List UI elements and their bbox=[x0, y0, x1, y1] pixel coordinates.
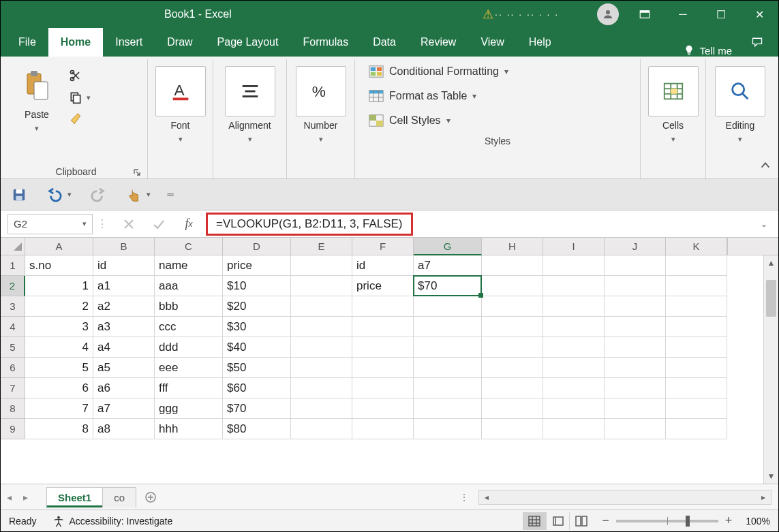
cell-E3[interactable] bbox=[291, 296, 352, 317]
cell-E9[interactable] bbox=[291, 419, 352, 439]
page-break-view-button[interactable] bbox=[569, 512, 592, 530]
tab-insert[interactable]: Insert bbox=[103, 28, 155, 57]
column-header-G[interactable]: G bbox=[414, 238, 482, 255]
zoom-in-button[interactable]: + bbox=[725, 514, 733, 528]
cell-D9[interactable]: $80 bbox=[223, 419, 291, 439]
cell-C4[interactable]: ccc bbox=[155, 317, 223, 337]
row-header-6[interactable]: 6 bbox=[1, 358, 25, 378]
tab-draw[interactable]: Draw bbox=[155, 28, 204, 57]
number-button[interactable]: % Number▾ bbox=[290, 62, 352, 148]
zoom-level[interactable]: 100% bbox=[746, 516, 770, 527]
sheet-tab-sheet1[interactable]: Sheet1 bbox=[46, 487, 103, 507]
cell-F3[interactable] bbox=[352, 296, 414, 317]
cell-J3[interactable] bbox=[605, 296, 666, 317]
scroll-left-arrow[interactable]: ◂ bbox=[479, 492, 494, 502]
cancel-formula-button[interactable] bbox=[117, 214, 140, 234]
sheet-nav-prev[interactable]: ◂ bbox=[1, 492, 17, 503]
cell-D8[interactable]: $70 bbox=[223, 398, 291, 419]
row-header-3[interactable]: 3 bbox=[1, 296, 25, 317]
cell-J6[interactable] bbox=[605, 358, 666, 378]
cell-J9[interactable] bbox=[605, 419, 666, 439]
cell-B3[interactable]: a2 bbox=[93, 296, 155, 317]
cell-I6[interactable] bbox=[543, 358, 605, 378]
editing-button[interactable]: Editing▾ bbox=[709, 62, 771, 148]
cell-K5[interactable] bbox=[666, 337, 727, 358]
cell-B4[interactable]: a3 bbox=[93, 317, 155, 337]
close-button[interactable]: ✕ bbox=[740, 1, 778, 28]
cell-A6[interactable]: 5 bbox=[25, 358, 93, 378]
new-sheet-button[interactable] bbox=[140, 487, 161, 507]
paste-button[interactable]: Paste ▾ bbox=[12, 62, 62, 137]
cell-G5[interactable] bbox=[414, 337, 482, 358]
account-avatar[interactable] bbox=[597, 3, 619, 25]
spreadsheet-grid[interactable]: ABCDEFGHIJK ▲ ▼ 1s.noidnamepriceida721a1… bbox=[1, 238, 778, 484]
cell-H9[interactable] bbox=[482, 419, 543, 439]
vertical-scroll-thumb[interactable] bbox=[766, 280, 776, 317]
cell-H7[interactable] bbox=[482, 378, 543, 398]
alignment-button[interactable]: Alignment▾ bbox=[219, 62, 281, 148]
sheet-nav-next[interactable]: ▸ bbox=[17, 492, 33, 503]
cell-B2[interactable]: a1 bbox=[93, 276, 155, 296]
cell-E5[interactable] bbox=[291, 337, 352, 358]
row-header-1[interactable]: 1 bbox=[1, 255, 25, 276]
cell-A8[interactable]: 7 bbox=[25, 398, 93, 419]
clipboard-launcher[interactable] bbox=[132, 168, 142, 177]
namebox-resize-handle[interactable]: ⋮ bbox=[93, 217, 112, 230]
cell-A5[interactable]: 4 bbox=[25, 337, 93, 358]
cell-F8[interactable] bbox=[352, 398, 414, 419]
cell-styles-button[interactable]: Cell Styles▾ bbox=[366, 108, 629, 133]
sheet-tab-co[interactable]: co bbox=[102, 487, 136, 507]
cell-C8[interactable]: ggg bbox=[155, 398, 223, 419]
cell-A9[interactable]: 8 bbox=[25, 419, 93, 439]
collapse-ribbon-button[interactable] bbox=[758, 158, 773, 173]
cell-B5[interactable]: a4 bbox=[93, 337, 155, 358]
cell-B9[interactable]: a8 bbox=[93, 419, 155, 439]
tab-data[interactable]: Data bbox=[361, 28, 408, 57]
tab-file[interactable]: File bbox=[6, 28, 48, 57]
cell-D1[interactable]: price bbox=[223, 255, 291, 276]
cell-B1[interactable]: id bbox=[93, 255, 155, 276]
cell-A2[interactable]: 1 bbox=[25, 276, 93, 296]
cell-C9[interactable]: hhh bbox=[155, 419, 223, 439]
cell-F7[interactable] bbox=[352, 378, 414, 398]
cell-E7[interactable] bbox=[291, 378, 352, 398]
vertical-scrollbar[interactable]: ▲ ▼ bbox=[763, 255, 778, 484]
cell-I7[interactable] bbox=[543, 378, 605, 398]
cell-D4[interactable]: $30 bbox=[223, 317, 291, 337]
cell-G6[interactable] bbox=[414, 358, 482, 378]
cell-K8[interactable] bbox=[666, 398, 727, 419]
cell-H2[interactable] bbox=[482, 276, 543, 296]
column-header-H[interactable]: H bbox=[482, 238, 543, 255]
column-header-K[interactable]: K bbox=[666, 238, 727, 255]
cell-F4[interactable] bbox=[352, 317, 414, 337]
scroll-up-arrow[interactable]: ▲ bbox=[764, 255, 778, 270]
cell-I9[interactable] bbox=[543, 419, 605, 439]
cell-K9[interactable] bbox=[666, 419, 727, 439]
tab-home[interactable]: Home bbox=[48, 28, 103, 57]
cell-D6[interactable]: $50 bbox=[223, 358, 291, 378]
page-layout-view-button[interactable] bbox=[546, 512, 569, 530]
cell-G4[interactable] bbox=[414, 317, 482, 337]
cell-G7[interactable] bbox=[414, 378, 482, 398]
cell-J1[interactable] bbox=[605, 255, 666, 276]
cell-F5[interactable] bbox=[352, 337, 414, 358]
cell-K2[interactable] bbox=[666, 276, 727, 296]
save-button[interactable] bbox=[10, 186, 28, 204]
cell-D2[interactable]: $10 bbox=[223, 276, 291, 296]
cell-F6[interactable] bbox=[352, 358, 414, 378]
cell-I5[interactable] bbox=[543, 337, 605, 358]
normal-view-button[interactable] bbox=[523, 512, 546, 530]
horizontal-scrollbar[interactable]: ◂ ▸ bbox=[478, 490, 772, 505]
column-header-B[interactable]: B bbox=[93, 238, 155, 255]
minimize-button[interactable]: ─ bbox=[664, 1, 702, 28]
cell-F2[interactable]: price bbox=[352, 276, 414, 296]
cell-I2[interactable] bbox=[543, 276, 605, 296]
cell-G8[interactable] bbox=[414, 398, 482, 419]
cell-A3[interactable]: 2 bbox=[25, 296, 93, 317]
column-header-D[interactable]: D bbox=[223, 238, 291, 255]
tab-view[interactable]: View bbox=[468, 28, 516, 57]
cell-H3[interactable] bbox=[482, 296, 543, 317]
column-header-J[interactable]: J bbox=[605, 238, 666, 255]
cell-F1[interactable]: id bbox=[352, 255, 414, 276]
tab-review[interactable]: Review bbox=[408, 28, 468, 57]
